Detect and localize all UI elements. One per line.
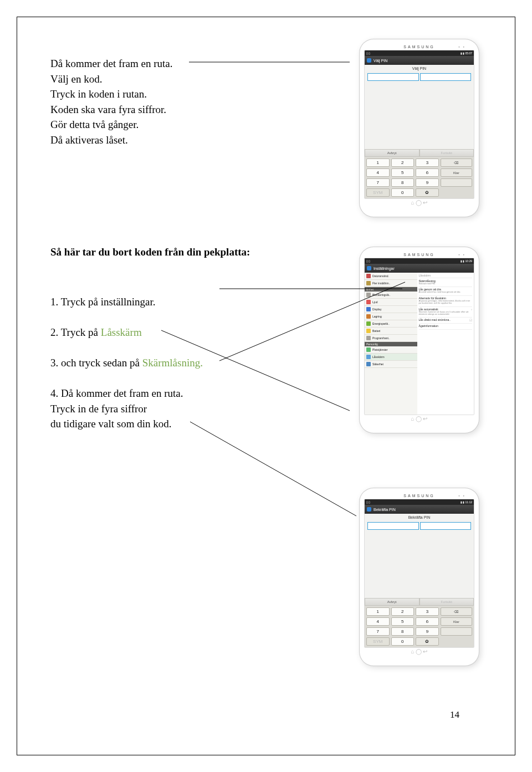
key-7[interactable]: 7 [366,178,390,187]
done-key[interactable]: Klar [441,168,472,177]
cgear-key[interactable]: ✿ [416,637,439,646]
screen-subtitle: Välj PIN [365,65,474,72]
ckey-9[interactable]: 9 [416,627,439,636]
ckey-7[interactable]: 7 [366,627,390,636]
key-6[interactable]: 6 [416,168,439,177]
sidebar-icon-1 [366,281,371,285]
rp-item-1[interactable]: Lås genom att draAnvänd säkert lås med l… [419,287,472,295]
sidebar-item-1[interactable]: Fler inställnin.. [365,280,417,287]
cancel-button[interactable]: Avbryt [365,149,420,157]
pin-cell-1[interactable] [367,73,419,81]
sidebar-icon-11 [366,362,371,366]
confirm-title: Bekräfta PIN [374,508,396,512]
remove-code-heading: Så här tar du bort koden från din pekpla… [50,244,250,260]
section-enhet: Enhet [365,287,417,292]
sidebar-item-11[interactable]: Säkerhet [365,361,417,368]
sidebar-item-7[interactable]: Batteri [365,328,417,335]
sidebar-item-8[interactable]: Programhant.. [365,335,417,342]
sidebar-label-11: Säkerhet [372,362,383,366]
pin-cell-2[interactable] [420,73,472,81]
sidebar-label-4: Display [372,308,381,311]
sidebar-item-3[interactable]: Ljud [365,299,417,306]
confirm-cancel-button[interactable]: Avbryt [365,598,420,606]
ckey-0[interactable]: 0 [391,637,415,646]
gear-key[interactable]: ✿ [416,188,439,197]
rp-item-4[interactable]: ☑Lås direkt med strömkna.. [419,318,472,324]
section-personlig: Personlig [365,342,417,346]
sidebar-label-7: Batteri [372,329,380,333]
csym-key[interactable]: SYM [366,637,390,646]
status-right: ▮ ▮ 05:07 [461,52,472,55]
checkbox-icon[interactable]: ☑ [469,318,472,322]
rp-item-3[interactable]: ›Lås automatisktSkärmen kommer att låsas… [419,307,472,318]
ckey-8[interactable]: 8 [391,627,415,636]
ckey-2[interactable]: 2 [391,607,415,616]
key-5[interactable]: 5 [391,168,415,177]
key-9[interactable]: 9 [416,178,439,187]
cdone-key[interactable]: Klar [441,617,472,626]
sidebar-label-5: Lagring [372,315,382,318]
pin-input-row [365,72,474,83]
ckey-3[interactable]: 3 [416,607,439,616]
confirm-cell-2[interactable] [420,522,472,530]
intro-text: Då kommer det fram en ruta. Välj en kod.… [50,56,173,147]
sidebar-item-5[interactable]: Lagring [365,313,417,320]
sidebar-item-2[interactable]: Blockeringslä.. [365,292,417,299]
key-3[interactable]: 3 [416,159,439,167]
settings-sidebar: Datoranvänd.Fler inställnin..EnhetBlocke… [365,273,417,415]
sidebar-label-2: Blockeringslä.. [372,293,391,296]
page-number: 14 [450,709,459,720]
sidebar-label-10: Låsskärm [372,355,385,359]
sidebar-item-9[interactable]: Platstjänster [365,346,417,354]
sidebar-label-9: Platstjänster [372,348,388,351]
intro-l5: Gör detta två gånger. [50,117,173,132]
intro-l6: Då aktiveras låset. [50,132,173,148]
space-key[interactable] [441,178,472,187]
key-8[interactable]: 8 [391,178,415,187]
cbackspace-key[interactable]: ⌫ [441,607,472,616]
sidebar-item-10[interactable]: Låsskärm [365,354,417,361]
sidebar-icon-9 [366,347,371,352]
brand-label: SAMSUNG [364,45,474,49]
sidebar-label-8: Programhant.. [372,336,390,340]
rp-item-2[interactable]: Alternativ för låsskärmAnpassa genvägar,… [419,296,472,307]
step-2: 2. Tryck på Låsskärm [50,325,142,340]
ckey-4[interactable]: 4 [366,617,390,626]
rp-item-0[interactable]: SkärmlåsningSäkrad med PIN [419,279,472,287]
sidebar-icon-5 [366,314,371,319]
backspace-key[interactable]: ⌫ [441,159,472,167]
sidebar-icon-2 [366,293,371,297]
sidebar-item-6[interactable]: Energisparlä.. [365,320,417,328]
settings-rightpane: Låsskärm SkärmlåsningSäkrad med PINLås g… [417,273,474,415]
sidebar-icon-8 [366,336,371,340]
confirm-cell-1[interactable] [367,522,419,530]
confirm-continue-button[interactable]: Fortsätt [420,598,474,606]
ckey-5[interactable]: 5 [391,617,415,626]
sidebar-icon-3 [366,300,371,304]
sym-key[interactable]: SYM [366,188,390,197]
step-1: 1. Tryck på inställningar. [50,294,155,310]
status-left: ▯ ▯ [366,52,370,55]
rightpane-heading: Låsskärm [419,274,472,278]
key-4[interactable]: 4 [366,168,390,177]
sidebar-item-0[interactable]: Datoranvänd. [365,273,417,280]
ckey-6[interactable]: 6 [416,617,439,626]
rp-item-5[interactable]: Ägarinformation [419,324,472,330]
continue-button[interactable]: Fortsätt [420,149,474,157]
step-4: 4. Då kommer det fram en ruta. Tryck in … [50,386,183,432]
key-1[interactable]: 1 [366,159,390,167]
intro-l2: Välj en kod. [50,71,173,87]
screenlock-link: Skärmlåsning. [142,357,203,369]
sidebar-item-4[interactable]: Display [365,306,417,313]
sidebar-label-1: Fler inställnin.. [372,282,390,285]
status-time: ▮ ▮ 10:29 [461,259,472,263]
intro-l1: Då kommer det fram en ruta. [50,56,173,71]
lockscreen-link: Låsskärm [101,326,142,338]
key-2[interactable]: 2 [391,159,415,167]
key-0[interactable]: 0 [391,188,415,197]
ckey-1[interactable]: 1 [366,607,390,616]
numeric-keypad: 1 2 3 ⌫ 4 5 6 Klar 7 8 9 [365,157,474,198]
cspace-key[interactable] [441,627,472,636]
step-3: 3. och tryck sedan på Skärmlåsning. [50,355,203,371]
tablet-confirm-pin: • • SAMSUNG ▯ ▯ ▮ ▮ 11:12 Bekräfta PIN B… [360,488,479,666]
